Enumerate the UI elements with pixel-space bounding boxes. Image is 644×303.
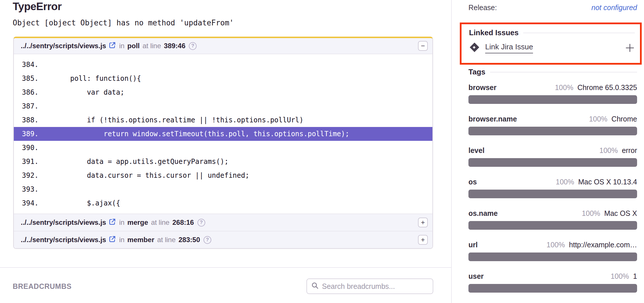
tag-row-header: os100%Mac OS X 10.13.4 [468,178,637,186]
code-line-highlighted: 389. return window.setTimeout(this.poll,… [14,127,432,141]
help-icon[interactable]: ? [189,42,197,50]
linked-issues-header: Linked Issues [469,28,635,37]
at-line-label: at line [151,218,170,227]
link-jira-issue-link[interactable]: Link Jira Issue [485,42,533,53]
sidebar: Release: not configured Linked Issues Li… [451,0,644,303]
tag-row-header: user100%1 [468,272,637,280]
tag-key[interactable]: user [468,272,484,280]
line-column-number: 283:50 [178,236,200,244]
breadcrumbs-search-input[interactable] [322,282,429,291]
tag-value[interactable]: Chrome [611,115,637,123]
tag-percent: 100% [589,115,607,123]
plus-icon [625,43,635,53]
add-linked-issue-button[interactable] [625,43,635,53]
collapse-frame-button[interactable]: − [418,41,428,51]
tag-percent: 100% [599,146,618,155]
code-text: poll: function(){ [37,74,432,83]
platform-js-badge: JS [2,37,15,50]
code-line: 387. [14,99,432,113]
function-name: member [127,236,154,244]
tag-key[interactable]: browser.name [468,115,517,123]
tag-percent: 100% [582,209,600,218]
search-icon [311,282,319,291]
tag-key[interactable]: os [468,178,477,186]
code-line: 394. $.ajax({ [14,196,432,210]
tag-key[interactable]: os.name [468,209,498,218]
code-line: 385. poll: function(){ [14,72,432,85]
line-number-gutter: 388. [14,116,37,124]
function-name: poll [127,42,140,50]
code-text: if (!this.options.realtime || !this.opti… [37,116,432,124]
tag-percent: 100% [555,83,573,92]
tag-row-header: os.name100%Mac OS X [468,209,637,218]
help-icon[interactable]: ? [197,219,205,227]
help-icon[interactable]: ? [204,236,211,244]
tag-key[interactable]: level [468,146,485,155]
tag-row: url100%http://example.com… [468,241,637,261]
frame-header: ../../sentry/scripts/views.js in merge a… [14,214,432,231]
frame-header: ../../sentry/scripts/views.js in poll at… [14,38,432,54]
linked-issues-annotation-box: Linked Issues Link Jira Issue [460,23,642,65]
tag-value[interactable]: Chrome 65.0.3325 [577,83,637,92]
tag-value[interactable]: Mac OS X 10.13.4 [578,178,637,186]
code-text: return window.setTimeout(this.poll, this… [37,130,432,138]
tag-value[interactable]: http://example.com… [569,241,637,249]
frame-header: ../../sentry/scripts/views.js in member … [14,231,432,248]
release-value-link[interactable]: not configured [592,3,637,12]
line-number-gutter: 393. [14,185,37,193]
line-number-gutter: 390. [14,144,37,152]
link-jira-issue-row: Link Jira Issue [469,42,635,54]
tag-distribution-bar [468,127,637,135]
code-text: data = app.utils.getQueryParams(); [37,158,432,166]
release-label: Release: [468,3,497,12]
code-text: var data; [37,88,432,96]
error-message: Object [object Object] has no method 'up… [13,18,234,27]
line-number-gutter: 392. [14,171,37,179]
line-number-gutter: 385. [14,74,37,83]
in-label: in [119,42,125,50]
in-label: in [119,218,125,227]
expand-frame-button[interactable]: + [418,235,428,245]
tag-key[interactable]: browser [468,83,496,92]
tag-percent: 100% [611,272,629,280]
tag-value[interactable]: Mac OS X [604,209,637,218]
tag-row: level100%error [468,146,637,167]
tag-value[interactable]: 1 [633,272,637,280]
tag-distribution-bar [468,284,637,293]
tag-percent: 100% [547,241,565,249]
code-line: 390. [14,141,432,155]
tag-row-header: level100%error [468,146,637,155]
line-number-gutter: 384. [14,61,37,69]
in-label: in [119,236,125,244]
at-line-label: at line [157,236,176,244]
tag-key[interactable]: url [468,241,478,249]
code-text: data.cursor = this.cursor || undefined; [37,171,432,179]
section-divider [523,33,635,33]
tag-distribution-bar [468,221,637,230]
source-file-link[interactable]: ../../sentry/scripts/views.js [21,41,116,51]
line-number-gutter: 389. [14,130,37,138]
expand-frame-button[interactable]: + [418,218,428,227]
code-line: 388. if (!this.options.realtime || !this… [14,113,432,127]
tags-header: Tags [468,68,637,76]
linked-issues-title: Linked Issues [469,28,519,37]
line-number-gutter: 394. [14,199,37,207]
tag-distribution-bar [468,190,637,198]
tag-row: browser100%Chrome 65.0.3325 [468,83,637,104]
code-line: 392. data.cursor = this.cursor || undefi… [14,169,432,182]
tag-row: os100%Mac OS X 10.13.4 [468,178,637,198]
source-file-link[interactable]: ../../sentry/scripts/views.js [21,218,116,227]
breadcrumbs-search-box[interactable] [306,278,433,294]
external-link-icon [108,41,116,51]
source-file-path: ../../sentry/scripts/views.js [21,236,106,244]
code-line: 386. var data; [14,85,432,99]
external-link-icon [108,235,116,245]
tag-row-header: browser100%Chrome 65.0.3325 [468,83,637,92]
source-file-link[interactable]: ../../sentry/scripts/views.js [21,235,116,245]
release-row: Release: not configured [468,3,637,12]
tag-value[interactable]: error [622,146,637,155]
code-line: 384. [14,58,432,72]
code-listing: 384.385. poll: function(){386. var data;… [14,54,432,214]
tag-row-header: browser.name100%Chrome [468,115,637,123]
source-file-path: ../../sentry/scripts/views.js [21,42,106,50]
